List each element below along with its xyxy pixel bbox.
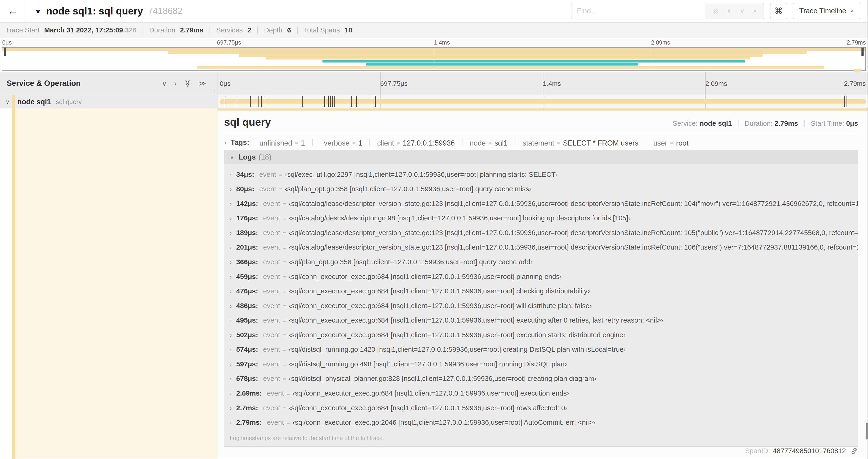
log-marker: [334, 96, 335, 107]
log-row[interactable]: ›678μs:event=‹sql/distsql_physical_plann…: [224, 371, 858, 386]
log-row[interactable]: ›2.69ms:event=‹sql/conn_executor_exec.go…: [224, 386, 858, 401]
logs-list: ›34μs:event=‹sql/exec_util.go:2297 [nsql…: [224, 164, 858, 430]
equals-sign: =: [283, 332, 286, 339]
logs-header[interactable]: ∨ Logs (18): [224, 150, 858, 164]
divider: [369, 139, 370, 145]
prev-result-icon[interactable]: ∧: [726, 8, 732, 14]
tags-section[interactable]: › Tags: _unfinished=1_verbose=1client=12…: [224, 139, 858, 146]
summary-label: Total Spans: [304, 26, 342, 34]
summary-value: 2.79ms: [180, 26, 204, 34]
tag-value: 1: [301, 139, 305, 146]
summary-value: March 31 2022, 17:25:09: [44, 26, 123, 34]
span-bar-cell[interactable]: [217, 95, 868, 108]
span-duration-bar[interactable]: [220, 99, 866, 104]
tag-item: _unfinished=1: [255, 139, 305, 146]
summary-label: Depth: [264, 26, 284, 34]
detail-title: sql query: [224, 116, 271, 128]
chevron-right-icon: ›: [230, 361, 232, 368]
log-row[interactable]: ›80μs:event=‹sql/plan_opt.go:358 [nsql1,…: [224, 182, 858, 196]
log-row[interactable]: ›189μs:event=‹sql/catalog/lease/descript…: [224, 226, 858, 240]
minimap-left-drag-handle[interactable]: [4, 47, 6, 56]
span-service-name: node sql1: [17, 98, 51, 106]
chevron-down-icon[interactable]: ∨: [35, 7, 41, 15]
log-row[interactable]: ›459μs:event=‹sql/conn_executor_exec.go:…: [224, 269, 858, 284]
view-selector-label: Trace Timeline: [799, 7, 846, 15]
divider: [210, 27, 210, 34]
find-group: ◎ ∧ ∨ ×: [571, 3, 765, 19]
log-marker: [375, 96, 375, 107]
equals-sign: =: [283, 405, 286, 412]
log-field-key: event: [263, 374, 280, 383]
log-row[interactable]: ›486μs:event=‹sql/conn_executor_exec.go:…: [224, 298, 858, 313]
column-resize-handle[interactable]: ‖: [213, 87, 215, 93]
log-timestamp: 2.79ms:: [236, 418, 262, 426]
timeline-tick-header: 0μs697.75μs1.4ms2.09ms2.79ms: [217, 72, 868, 95]
log-field-value: ‹sql/catalog/lease/descriptor_version_st…: [289, 200, 858, 207]
tag-key: user: [653, 139, 667, 146]
span-name-cell[interactable]: ∨ node sql1 sql query: [0, 95, 217, 108]
log-field-value: ‹sql/conn_executor_exec.go:684 [nsql1,cl…: [289, 331, 626, 339]
equals-sign: =: [397, 140, 400, 146]
equals-sign: =: [283, 376, 286, 382]
minimap-right-drag-handle[interactable]: [862, 47, 864, 56]
time-tick-label: 697.75μs: [217, 39, 241, 46]
log-row[interactable]: ›574μs:event=‹sql/distsql_running.go:142…: [224, 342, 858, 357]
logs-note: Log timestamps are relative to the start…: [224, 430, 858, 447]
log-row[interactable]: ›2.7ms:event=‹sql/conn_executor_exec.go:…: [224, 400, 858, 415]
log-row[interactable]: ›476μs:event=‹sql/conn_executor_exec.go:…: [224, 284, 858, 299]
log-marker: [236, 96, 236, 107]
divider: [462, 139, 462, 145]
log-row[interactable]: ›176μs:event=‹sql/catalog/descs/descript…: [224, 211, 858, 226]
log-row[interactable]: ›142μs:event=‹sql/catalog/lease/descript…: [224, 196, 858, 211]
summary-value: 2: [247, 26, 251, 34]
find-input[interactable]: [571, 3, 705, 19]
minimap-canvas[interactable]: [2, 47, 866, 71]
log-row[interactable]: ›495μs:event=‹sql/conn_executor_exec.go:…: [224, 313, 858, 328]
log-timestamp: 189μs:: [236, 229, 258, 237]
trace-title-group: ∨ node sql1: sql query 7418682: [35, 5, 571, 17]
summary-item: Trace Start March 31 2022, 17:25:09.326: [6, 26, 136, 34]
start-time-label: Start Time:: [811, 120, 844, 127]
log-row[interactable]: ›502μs:event=‹sql/conn_executor_exec.go:…: [224, 328, 858, 342]
log-field-value: ‹sql/plan_opt.go:358 [nsql1,client=127.0…: [285, 185, 531, 193]
tag-item: user=root: [653, 139, 688, 146]
chevron-down-icon[interactable]: ∨: [162, 79, 167, 88]
log-row[interactable]: ›201μs:event=‹sql/catalog/lease/descript…: [224, 240, 858, 255]
back-button[interactable]: ←: [0, 0, 26, 22]
chevron-down-icon[interactable]: ∨: [6, 99, 9, 105]
divider: [646, 139, 646, 145]
log-timestamp: 574μs:: [236, 346, 258, 353]
vertical-scrollbar[interactable]: [866, 423, 868, 439]
trace-id: 7418682: [148, 6, 183, 16]
logs-count: (18): [258, 153, 271, 161]
summary-item: Services 2: [216, 26, 251, 34]
log-row[interactable]: ›34μs:event=‹sql/exec_util.go:2297 [nsql…: [224, 167, 858, 182]
chevron-right-icon: ›: [230, 200, 232, 207]
clear-search-icon[interactable]: ×: [753, 8, 757, 14]
log-marker: [324, 96, 325, 107]
double-chevron-down-icon[interactable]: ≫: [183, 79, 192, 87]
log-field-key: event: [263, 287, 280, 295]
log-row[interactable]: ›2.79ms:event=‹sql/conn_executor_exec.go…: [224, 415, 858, 430]
tag-key: _unfinished: [255, 139, 292, 146]
tag-value: 1: [358, 139, 362, 146]
time-tick-label: 2.79ms: [844, 80, 866, 88]
keyboard-shortcuts-button[interactable]: ⌘: [770, 3, 787, 19]
chevron-right-icon[interactable]: ›: [174, 79, 177, 88]
chevron-right-icon: ›: [230, 375, 232, 382]
link-icon[interactable]: [850, 447, 858, 455]
log-row[interactable]: ›597μs:event=‹sql/distsql_running.go:498…: [224, 357, 858, 371]
equals-sign: =: [283, 274, 286, 280]
locate-icon[interactable]: ◎: [713, 8, 718, 14]
view-selector-button[interactable]: Trace Timeline ∨: [793, 3, 860, 19]
minimap-span: [2, 48, 865, 51]
log-field-value: ‹sql/distsql_running.go:1420 [nsql1,clie…: [289, 346, 626, 353]
log-marker: [261, 96, 262, 107]
double-chevron-right-icon[interactable]: ≫: [198, 79, 206, 88]
time-tick-label: 2.09ms: [651, 39, 670, 46]
next-result-icon[interactable]: ∨: [740, 8, 745, 14]
detail-header: sql query Service: node sql1 Duration: 2…: [224, 116, 858, 128]
chevron-right-icon: ›: [230, 230, 232, 236]
log-row[interactable]: ›366μs:event=‹sql/plan_opt.go:358 [nsql1…: [224, 255, 858, 269]
minimap-span: [197, 66, 824, 69]
